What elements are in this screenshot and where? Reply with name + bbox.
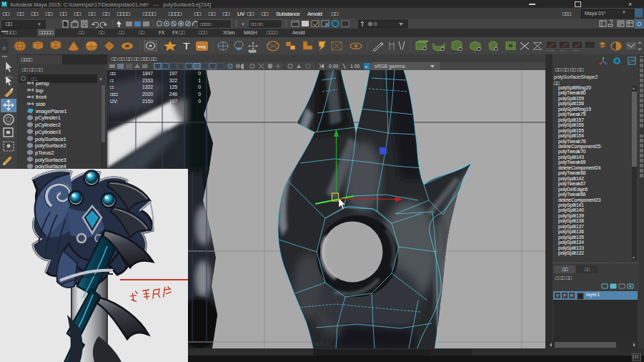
svg-text:sRGB gamma: sRGB gamma <box>375 64 405 69</box>
svg-text:1.00: 1.00 <box>350 64 360 69</box>
svg-text:□□□: □□□ <box>573 49 579 52</box>
svg-text:0,0,0: 0,0,0 <box>249 50 257 53</box>
svg-text:0.00: 0.00 <box>329 64 338 69</box>
svg-text:□□: □□ <box>560 49 565 52</box>
svg-text:svg: svg <box>198 44 206 49</box>
svg-text:s: s <box>365 64 367 69</box>
svg-text:front -2: front -2 <box>313 341 329 346</box>
svg-text:T: T <box>183 41 190 52</box>
svg-text:□□□□□: □□□□□ <box>546 49 555 52</box>
